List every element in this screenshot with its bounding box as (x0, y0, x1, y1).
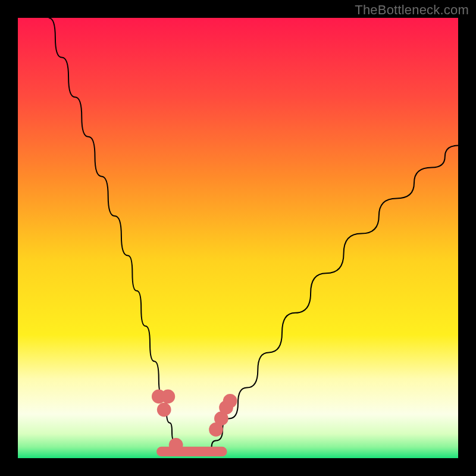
floor-band (156, 447, 227, 456)
curve-right-curve (207, 146, 458, 454)
marker-point (169, 438, 183, 452)
marker-point (157, 403, 171, 417)
chart-frame: TheBottleneck.com (0, 0, 476, 476)
marker-point (223, 394, 237, 408)
curves-layer (18, 18, 458, 458)
watermark-text: TheBottleneck.com (355, 2, 469, 18)
plot-area (18, 18, 458, 458)
marker-point (161, 390, 176, 404)
curve-left-curve (49, 18, 178, 454)
